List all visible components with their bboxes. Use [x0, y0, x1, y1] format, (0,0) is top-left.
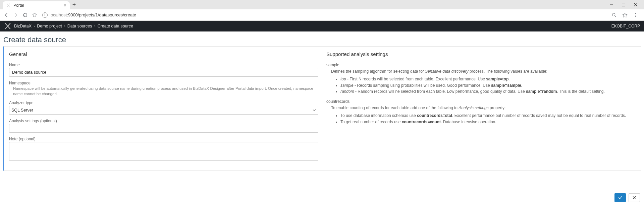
sample-heading: sample — [326, 63, 636, 67]
chevron-down-icon — [313, 109, 316, 112]
list-item: top - First N records will be selected f… — [340, 76, 636, 82]
breadcrumb-root[interactable]: BizDataX — [14, 24, 32, 28]
menu-icon[interactable] — [633, 12, 639, 18]
countrecords-description: To enable counting of records for each t… — [326, 105, 636, 111]
url-path: :9000/projects/1/datasources/create — [67, 12, 136, 17]
page-title: Create data source — [3, 35, 641, 46]
svg-line-5 — [615, 16, 616, 17]
form-panel: General Name Namespace Namespace will be… — [3, 46, 641, 171]
analyzer-label: Analyzer type — [9, 100, 318, 105]
svg-point-4 — [612, 13, 615, 16]
analyzer-select[interactable]: SQL Server — [9, 106, 318, 115]
corp-label: EKOBIT_CORP — [611, 24, 640, 28]
section-general-title: General — [9, 51, 318, 59]
note-label: Note (optional) — [9, 137, 318, 141]
name-input[interactable] — [9, 68, 318, 77]
maximize-button[interactable] — [621, 2, 627, 8]
list-item: random - Random records will ne selected… — [340, 89, 636, 94]
browser-toolbar: i localhost:9000/projects/1/datasources/… — [0, 9, 644, 21]
section-supported-title: Supported analysis settings — [326, 51, 636, 59]
url-host: localhost — [50, 12, 67, 17]
namespace-label: Namespace — [9, 81, 318, 85]
reload-button[interactable] — [22, 12, 28, 18]
countrecords-block: countrecords To enable counting of recor… — [326, 99, 636, 125]
list-item: To use database information schemas use … — [340, 113, 636, 119]
note-textarea[interactable] — [9, 142, 318, 161]
namespace-help: Namespace will be automatically generate… — [9, 86, 318, 96]
name-label: Name — [9, 63, 318, 67]
svg-point-7 — [635, 15, 636, 15]
analyzer-value: SQL Server — [11, 108, 33, 113]
countrecords-list: To use database information schemas use … — [326, 113, 636, 125]
window-controls — [608, 2, 641, 8]
svg-point-6 — [635, 13, 636, 14]
sample-description: Defines the sampling algorithm for selec… — [326, 69, 636, 74]
analysis-settings-input[interactable] — [9, 124, 318, 133]
sample-list: top - First N records will be selected f… — [326, 76, 636, 94]
chevron-right-icon: › — [64, 24, 65, 28]
tab-title: Portal — [13, 3, 61, 8]
svg-rect-1 — [622, 3, 625, 6]
forward-button[interactable] — [13, 12, 19, 18]
app-logo — [4, 22, 11, 30]
tab-favicon — [6, 3, 11, 8]
chevron-right-icon: › — [34, 24, 35, 28]
breadcrumb: BizDataX › Demo project › Data sources ›… — [14, 24, 133, 28]
analysis-settings-label: Analysis settings (optional) — [9, 119, 318, 123]
new-tab-button[interactable]: + — [70, 1, 78, 8]
svg-point-8 — [635, 16, 636, 17]
home-button[interactable] — [32, 12, 38, 18]
chevron-right-icon: › — [94, 24, 95, 28]
address-bar[interactable]: i localhost:9000/projects/1/datasources/… — [41, 12, 608, 18]
countrecords-heading: countrecords — [326, 99, 636, 104]
window-close-button[interactable] — [633, 2, 639, 8]
breadcrumb-project[interactable]: Demo project — [37, 24, 62, 28]
browser-tab-strip: Portal × + — [0, 0, 644, 9]
bookmark-icon[interactable] — [622, 12, 628, 18]
close-icon[interactable]: × — [64, 3, 66, 8]
app-header: BizDataX › Demo project › Data sources ›… — [0, 21, 644, 31]
list-item: sample - Records sampling using probabil… — [340, 83, 636, 88]
minimize-button[interactable] — [608, 2, 614, 8]
list-item: To get real number of records use countr… — [340, 119, 636, 125]
back-button[interactable] — [3, 12, 9, 18]
browser-tab[interactable]: Portal × — [3, 1, 70, 9]
zoom-icon[interactable] — [611, 12, 617, 18]
breadcrumb-datasources[interactable]: Data sources — [67, 24, 92, 28]
site-info-icon[interactable]: i — [42, 12, 48, 18]
breadcrumb-current: Create data source — [98, 24, 133, 28]
sample-block: sample Defines the sampling algorithm fo… — [326, 63, 636, 94]
